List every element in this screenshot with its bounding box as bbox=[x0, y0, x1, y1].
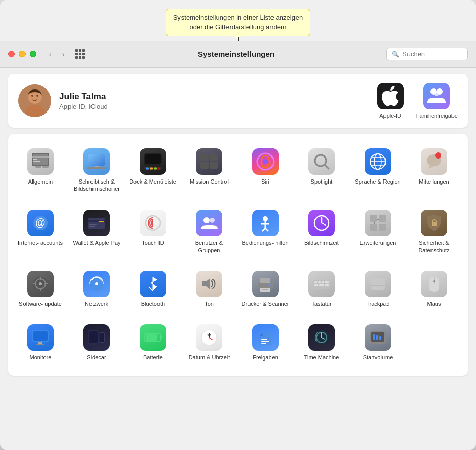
settings-item-siri[interactable]: Siri bbox=[237, 144, 293, 197]
minimize-button[interactable] bbox=[19, 51, 26, 57]
svg-rect-86 bbox=[325, 281, 329, 283]
startvolume-label: Startvolume bbox=[363, 354, 393, 361]
user-subtitle: Apple-ID, iCloud bbox=[59, 103, 369, 110]
settings-item-wallet[interactable]: Wallet & Apple Pay bbox=[69, 206, 125, 258]
avatar bbox=[18, 84, 51, 117]
svg-rect-19 bbox=[145, 154, 161, 164]
wallet-label: Wallet & Apple Pay bbox=[73, 239, 120, 246]
settings-item-netzwerk[interactable]: Netzwerk bbox=[69, 266, 125, 311]
settings-item-batterie[interactable]: Batterie bbox=[125, 320, 181, 365]
user-actions: Apple-ID Familienfreigabe bbox=[377, 83, 458, 119]
settings-item-ton[interactable]: Ton bbox=[181, 266, 237, 311]
touchid-label: Touch ID bbox=[142, 239, 164, 246]
datum-icon-box: 17 bbox=[196, 324, 222, 351]
svg-point-81 bbox=[269, 284, 271, 286]
tastatur-icon-box bbox=[308, 271, 335, 297]
settings-item-allgemein[interactable]: Allgemein bbox=[12, 144, 69, 197]
svg-rect-83 bbox=[314, 281, 317, 283]
family-sharing-button[interactable]: Familienfreigabe bbox=[416, 83, 458, 119]
freigaben-label: Freigaben bbox=[253, 354, 278, 361]
svg-point-93 bbox=[433, 280, 435, 282]
sidecar-icon-box bbox=[83, 324, 110, 351]
window-title: Systemeinstellungen bbox=[86, 50, 386, 58]
svg-rect-22 bbox=[150, 168, 153, 170]
grid-view-button[interactable] bbox=[73, 48, 86, 61]
freigaben-icon-box bbox=[252, 324, 279, 351]
settings-item-mission[interactable]: Mission Control bbox=[181, 144, 237, 197]
apple-id-icon-box bbox=[377, 83, 404, 109]
settings-item-mitteilungen[interactable]: Mitteilungen bbox=[406, 144, 462, 197]
settings-item-drucker[interactable]: Drucker & Scanner bbox=[237, 266, 293, 311]
settings-item-sicherheit[interactable]: Sicherheit & Datenschutz bbox=[406, 206, 462, 258]
settings-item-erweiterungen[interactable]: Erweiterungen bbox=[350, 206, 406, 258]
apple-id-button[interactable]: Apple-ID bbox=[377, 83, 404, 119]
internet-icon-box: @ bbox=[27, 210, 54, 236]
tooltip-area: Systemeinstellungen in einer Liste anzei… bbox=[0, 0, 476, 41]
svg-rect-9 bbox=[32, 156, 49, 158]
tooltip-line2: oder die Gitterdarstellung ändern bbox=[189, 23, 286, 31]
svg-rect-96 bbox=[38, 342, 42, 344]
settings-item-benutzer[interactable]: Benutzer & Gruppen bbox=[181, 206, 237, 258]
svg-rect-84 bbox=[318, 281, 321, 283]
mission-label: Mission Control bbox=[190, 178, 229, 185]
bildschirmzeit-icon-box bbox=[308, 210, 335, 236]
svg-point-4 bbox=[36, 95, 38, 97]
settings-item-touchid[interactable]: Touch ID bbox=[125, 206, 181, 258]
svg-rect-21 bbox=[146, 168, 149, 170]
svg-rect-11 bbox=[33, 161, 40, 162]
software-label: Software- update bbox=[19, 300, 62, 307]
settings-item-software[interactable]: Software- update bbox=[12, 266, 69, 311]
schreibtisch-label: Schreibtisch & Bildschirmschoner bbox=[72, 178, 122, 193]
settings-item-bluetooth[interactable]: Bluetooth bbox=[125, 266, 181, 311]
svg-point-7 bbox=[435, 92, 439, 96]
monitore-label: Monitore bbox=[30, 354, 52, 361]
back-button[interactable]: ‹ bbox=[44, 49, 56, 60]
titlebar: ‹ › Systemeinstellungen 🔍 bbox=[0, 41, 476, 68]
forward-button[interactable]: › bbox=[58, 49, 69, 60]
settings-item-sprache[interactable]: Sprache & Region bbox=[350, 144, 406, 197]
svg-rect-17 bbox=[95, 166, 99, 167]
settings-item-startvolume[interactable]: Startvolume bbox=[350, 320, 406, 365]
settings-item-freigaben[interactable]: Freigaben bbox=[237, 320, 293, 365]
settings-item-sidecar[interactable]: Sidecar bbox=[69, 320, 125, 365]
svg-rect-44 bbox=[99, 221, 104, 222]
svg-rect-88 bbox=[319, 284, 324, 286]
maximize-button[interactable] bbox=[30, 51, 36, 57]
system-preferences-window: Systemeinstellungen in einer Liste anzei… bbox=[0, 0, 476, 450]
bedienung-icon-box bbox=[252, 210, 279, 236]
settings-item-bedienung[interactable]: Bedienungs- hilfen bbox=[237, 206, 293, 258]
close-button[interactable] bbox=[8, 51, 15, 57]
erweiterungen-label: Erweiterungen bbox=[360, 239, 396, 246]
settings-item-maus[interactable]: Maus bbox=[406, 266, 462, 311]
settings-item-schreibtisch[interactable]: Schreibtisch & Bildschirmschoner bbox=[69, 144, 125, 197]
icons-row-2: @Internet- accountsWallet & Apple PayTou… bbox=[12, 204, 464, 260]
settings-item-tastatur[interactable]: Tastatur bbox=[293, 266, 350, 311]
settings-item-timemachine[interactable]: Time Machine bbox=[293, 320, 350, 365]
svg-rect-24 bbox=[158, 168, 160, 170]
nav-buttons: ‹ › bbox=[44, 49, 69, 60]
svg-rect-75 bbox=[202, 281, 206, 286]
erweiterungen-icon-box bbox=[365, 210, 391, 236]
settings-item-bildschirmzeit[interactable]: Bildschirmzeit bbox=[293, 206, 350, 258]
settings-item-spotlight[interactable]: Spotlight bbox=[293, 144, 350, 197]
dock-icon-box bbox=[140, 148, 166, 175]
settings-item-trackpad[interactable]: Trackpad bbox=[350, 266, 406, 311]
settings-item-dock[interactable]: Dock & Menüleiste bbox=[125, 144, 181, 197]
search-bar[interactable]: 🔍 bbox=[386, 48, 468, 60]
svg-rect-26 bbox=[210, 154, 218, 161]
search-input[interactable] bbox=[402, 50, 459, 58]
internet-label: Internet- accounts bbox=[18, 239, 63, 246]
datum-label: Datum & Uhrzeit bbox=[189, 354, 230, 361]
settings-item-monitore[interactable]: Monitore bbox=[12, 320, 69, 365]
svg-line-54 bbox=[262, 228, 265, 231]
settings-item-datum[interactable]: 17Datum & Uhrzeit bbox=[181, 320, 237, 365]
user-name: Julie Talma bbox=[59, 92, 369, 102]
settings-item-internet[interactable]: @Internet- accounts bbox=[12, 206, 69, 258]
timemachine-label: Time Machine bbox=[304, 354, 339, 361]
drucker-icon-box bbox=[252, 271, 279, 297]
svg-point-67 bbox=[39, 282, 42, 285]
svg-rect-90 bbox=[371, 278, 385, 290]
svg-rect-109 bbox=[261, 339, 267, 340]
mission-icon-box bbox=[196, 148, 222, 175]
svg-rect-59 bbox=[370, 215, 377, 222]
